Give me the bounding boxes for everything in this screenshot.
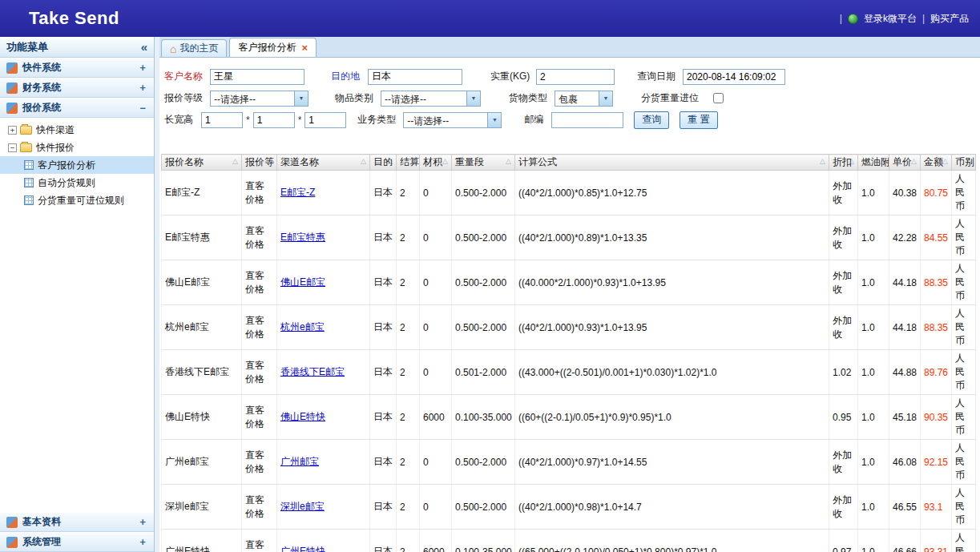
table-row[interactable]: 佛山E特快直客价格佛山E特快日本260000.100-35.000((60+((…: [162, 395, 976, 440]
expand-plus-icon[interactable]: +: [8, 126, 17, 135]
query-date-input[interactable]: [683, 69, 785, 85]
login-kwei-link[interactable]: 登录k微平台: [864, 12, 917, 26]
col-label: 币别: [955, 156, 974, 167]
table-row[interactable]: 杭州e邮宝直客价格杭州e邮宝日本200.500-2.000((40*2/1.00…: [162, 305, 976, 350]
cell-discount: 外加收: [829, 216, 858, 260]
cell-volume: 0: [420, 171, 452, 216]
sort-icon: △: [361, 157, 366, 165]
cell-discount: 1.02: [829, 350, 858, 395]
channel-link[interactable]: E邮宝特惠: [280, 232, 325, 243]
table-row[interactable]: 广州E特快直客价格广州E特快日本260000.100-35.000((65.00…: [162, 530, 976, 552]
channel-link[interactable]: E邮宝-Z: [280, 187, 315, 198]
table-row[interactable]: 香港线下E邮宝直客价格香港线下E邮宝日本200.501-2.000((43.00…: [162, 350, 976, 395]
sidebar-section-finance-system[interactable]: 财务系统 +: [0, 78, 154, 98]
sidebar-section-express-system[interactable]: 快件系统 +: [0, 58, 154, 78]
col-destination[interactable]: △目的: [370, 155, 397, 171]
col-amount[interactable]: △金额: [921, 155, 952, 171]
channel-link[interactable]: 杭州e邮宝: [280, 321, 325, 332]
col-label: 报价等: [245, 156, 274, 167]
dropdown-arrow-icon[interactable]: ▼: [294, 91, 308, 106]
height-input[interactable]: [304, 112, 346, 128]
sort-icon: △: [506, 157, 511, 165]
cell-amount: 80.75: [921, 171, 952, 216]
tab-home[interactable]: ⌂ 我的主页: [161, 39, 227, 57]
expand-plus-icon[interactable]: +: [138, 517, 147, 528]
col-volume-divisor[interactable]: △材积: [420, 155, 452, 171]
dropdown-arrow-icon[interactable]: ▼: [487, 113, 501, 127]
expand-plus-icon[interactable]: +: [138, 83, 147, 94]
cell-fuel: 1.0: [858, 350, 889, 395]
channel-link[interactable]: 香港线下E邮宝: [280, 366, 345, 377]
col-settle-weight[interactable]: △结算: [397, 155, 420, 171]
tree-item-auto-split-rules[interactable]: 自动分货规则: [0, 174, 154, 191]
reset-button[interactable]: 重 置: [680, 111, 717, 129]
cell-currency: 人民币: [952, 171, 976, 216]
collapse-sidebar-icon[interactable]: «: [141, 41, 147, 53]
query-button[interactable]: 查询: [634, 111, 669, 129]
tab-customer-quote-analysis[interactable]: 客户报价分析 ×: [229, 38, 317, 57]
tree-label: 分货重量可进位规则: [38, 194, 124, 208]
close-tab-icon[interactable]: ×: [301, 42, 308, 53]
length-input[interactable]: [201, 112, 243, 128]
item-category-select[interactable]: --请选择-- ▼: [381, 91, 481, 107]
cargo-type-select[interactable]: 包裹 ▼: [555, 91, 613, 107]
sidebar-section-quote-system[interactable]: 报价系统 −: [0, 98, 154, 118]
sidebar: 功能菜单 « 快件系统 + 财务系统 + 报价系统 − +: [0, 37, 155, 552]
cell-amount: 92.15: [921, 440, 952, 485]
zip-code-input[interactable]: [551, 112, 623, 128]
channel-link[interactable]: 佛山E邮宝: [280, 276, 325, 288]
tree-item-split-weight-rounding-rules[interactable]: 分货重量可进位规则: [0, 191, 154, 209]
business-type-select[interactable]: --请选择-- ▼: [403, 112, 502, 128]
dropdown-arrow-icon[interactable]: ▼: [466, 91, 480, 106]
cell-name: 香港线下E邮宝: [162, 350, 242, 395]
table-row[interactable]: 佛山E邮宝直客价格佛山E邮宝日本200.500-2.000((40.000*2/…: [162, 260, 976, 305]
channel-link[interactable]: 广州E特快: [280, 546, 325, 552]
col-quote-name[interactable]: △报价名称: [162, 155, 242, 171]
cell-currency: 人民币: [952, 530, 976, 552]
cell-settle: 2: [397, 216, 420, 260]
col-currency[interactable]: △币别: [952, 155, 976, 171]
cell-range: 0.500-2.000: [452, 305, 515, 350]
destination-input[interactable]: [368, 69, 462, 85]
dropdown-arrow-icon[interactable]: ▼: [599, 91, 612, 106]
buy-product-link[interactable]: 购买产品: [930, 12, 969, 26]
channel-link[interactable]: 深圳e邮宝: [280, 501, 325, 512]
expand-plus-icon[interactable]: +: [138, 62, 147, 74]
cell-fuel: 1.0: [858, 305, 889, 350]
sidebar-section-system-admin[interactable]: 系统管理 +: [0, 532, 154, 552]
split-weight-rounding-checkbox[interactable]: [713, 93, 724, 103]
customer-name-input[interactable]: [210, 69, 304, 85]
form-row-3: 长宽高 * * 业务类型 --请选择-- ▼ 邮编 查询 重 置: [164, 109, 980, 131]
col-discount[interactable]: △折扣: [829, 155, 858, 171]
col-grade[interactable]: △报价等: [242, 155, 277, 171]
collapse-minus-icon[interactable]: −: [138, 103, 147, 114]
table-row[interactable]: 深圳e邮宝直客价格深圳e邮宝日本200.500-2.000((40*2/1.00…: [162, 485, 976, 530]
table-row[interactable]: E邮宝特惠直客价格E邮宝特惠日本200.500-2.000((40*2/1.00…: [162, 216, 976, 260]
width-input[interactable]: [253, 112, 295, 128]
cell-range: 0.500-2.000: [452, 260, 515, 305]
weight-input[interactable]: [536, 69, 615, 85]
selected-value: --请选择--: [211, 91, 294, 106]
tab-label: 客户报价分析: [238, 41, 296, 54]
col-channel[interactable]: △渠道名称: [277, 155, 370, 171]
cell-range: 0.500-2.000: [452, 440, 515, 485]
table-row[interactable]: E邮宝-Z直客价格E邮宝-Z日本200.500-2.000((40*2/1.00…: [162, 171, 976, 216]
col-formula[interactable]: △计算公式: [515, 155, 829, 171]
tree-item-customer-quote-analysis[interactable]: 客户报价分析: [0, 156, 154, 174]
expand-plus-icon[interactable]: +: [138, 537, 147, 548]
collapse-minus-icon[interactable]: −: [8, 143, 17, 152]
dims-separator: *: [298, 115, 302, 126]
cell-volume: 6000: [420, 395, 452, 440]
tree-folder-express-channels[interactable]: + 快件渠道: [0, 121, 154, 139]
channel-link[interactable]: 广州邮宝: [280, 456, 319, 467]
quote-grade-select[interactable]: --请选择-- ▼: [210, 91, 309, 107]
channel-link[interactable]: 佛山E特快: [280, 411, 325, 422]
col-fuel-surcharge[interactable]: △燃油附: [858, 155, 889, 171]
table-row[interactable]: 广州e邮宝直客价格广州邮宝日本200.500-2.000((40*2/1.000…: [162, 440, 976, 485]
col-weight-range[interactable]: △重量段: [452, 155, 515, 171]
sidebar-section-basic-data[interactable]: 基本资料 +: [0, 512, 154, 532]
cell-settle: 2: [397, 440, 420, 485]
section-icon: [6, 517, 18, 528]
col-unit-price[interactable]: △单价: [889, 155, 921, 171]
tree-folder-express-quotes[interactable]: − 快件报价: [0, 139, 154, 156]
